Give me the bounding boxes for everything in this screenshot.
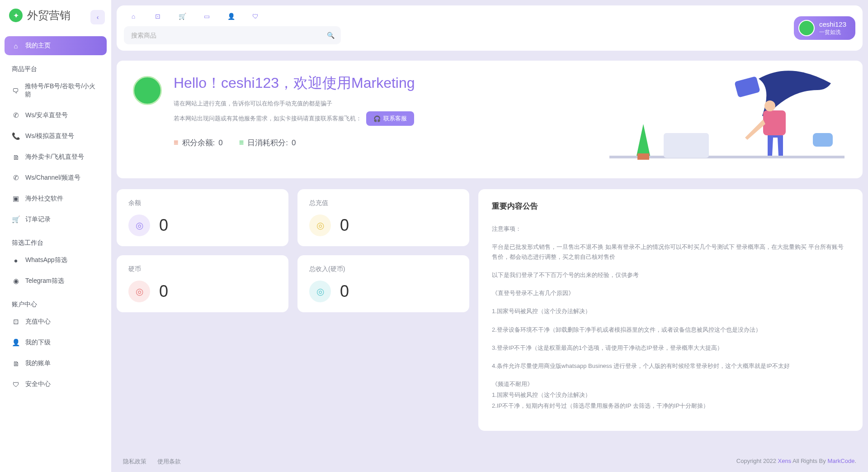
message-icon: 🗨 [12,87,19,95]
svg-rect-2 [637,153,649,160]
terms-link[interactable]: 使用条款 [157,458,181,465]
nav-item-orders[interactable]: 🛒订单记录 [5,210,107,229]
nav-item-overseas-card[interactable]: 🗎海外卖卡/飞机直登号 [5,148,107,167]
shield-icon: 🛡 [12,381,20,388]
telegram-icon: ◉ [12,277,20,285]
receipt-icon: 🗎 [12,360,20,367]
top-home-icon[interactable]: ⌂ [127,11,140,22]
brand-title: 外贸营销 [27,8,71,23]
nav-item-twitter[interactable]: 🗨推特号/FB号/谷歌号/小火箭 [5,77,107,104]
coins-icon: ≡ [174,138,179,148]
card-coins: 硬币 ◎ 0 [117,255,288,312]
nav-item-whatsapp-filter[interactable]: ●WhatsApp筛选 [5,251,107,270]
whatsapp-icon: ● [12,257,20,264]
sidebar-collapse-button[interactable]: ‹ [90,10,105,24]
nav-section-products: 商品平台 [5,57,107,77]
hero-line-2: 若本网站出现问题或有其他服务需求，如实卡接码请直接联系客服飞机： 🎧 联系客服 [174,111,415,126]
nav-item-ws-channel[interactable]: ✆Ws/Channel/频道号 [5,168,107,187]
svg-rect-1 [664,133,709,158]
recharge-icon: ◎ [309,215,331,236]
svg-rect-5 [763,110,786,135]
svg-point-6 [764,100,775,111]
nav-item-security[interactable]: 🛡安全中心 [5,375,107,394]
document-icon: 🗎 [12,153,20,161]
phone-icon: 📞 [12,132,20,140]
user-name: ceshi123 [819,20,846,29]
announcement-panel: 重要内容公告 注意事项： 平台是已批发形式销售，一旦售出不退不换 如果有登录不上… [478,189,863,431]
nav-section-filter: 筛选工作台 [5,231,107,251]
topbar: ⌂ ⊡ 🛒 ▭ 👤 🛡 🔍 ceshi123 一贫如洗 [117,5,863,51]
privacy-link[interactable]: 隐私政策 [123,458,146,465]
svg-rect-3 [734,76,760,98]
svg-rect-4 [813,133,833,147]
cart-icon: 🛒 [12,215,20,224]
top-window-icon[interactable]: ⊡ [151,11,165,22]
home-icon: ⌂ [12,42,20,50]
balance-icon: ◎ [128,215,150,236]
hero-logo-icon [133,76,162,105]
facebook-icon: ▣ [12,195,20,203]
user-subtitle: 一贫如洗 [819,29,846,36]
hero-title: Hello！ceshi123，欢迎使用Marketing [174,73,415,93]
stat-cards: 余额 ◎ 0 总充值 ◎ 0 硬币 ◎ [117,189,469,312]
nav-item-ws-android[interactable]: ✆Ws/安卓直登号 [5,106,107,125]
nav-item-telegram-filter[interactable]: ◉Telegram筛选 [5,272,107,291]
copyright: Copyright 2022 Xens All Rights By MarkCo… [736,458,856,466]
footer: 隐私政策 使用条款 Copyright 2022 Xens All Rights… [111,451,868,472]
card-total-income: 总收入(硬币) ◎ 0 [297,255,469,312]
nav-item-bills[interactable]: 🗎我的账单 [5,354,107,373]
search-wrap: 🔍 [124,26,341,44]
user-add-icon: 👤 [12,339,20,347]
nav-item-ws-emulator[interactable]: 📞Ws/模拟器直登号 [5,127,107,146]
top-user-icon[interactable]: 👤 [224,11,238,22]
coins-icon: ≡ [239,138,244,148]
headset-icon: 🎧 [373,115,381,122]
announcement-title: 重要内容公告 [492,201,849,211]
hero-stat-consumed: ≡ 日消耗积分: 0 [239,138,296,148]
card-balance: 余额 ◎ 0 [117,189,288,246]
hero-panel: Hello！ceshi123，欢迎使用Marketing 请在网站上进行充值，告… [117,61,863,178]
card-total-recharge: 总充值 ◎ 0 [297,189,469,246]
main: ⌂ ⊡ 🛒 ▭ 👤 🛡 🔍 ceshi123 一贫如洗 Hello！ceshi1… [111,0,868,472]
top-shield-icon[interactable]: 🛡 [249,11,262,22]
contact-support-button[interactable]: 🎧 联系客服 [366,111,414,126]
sidebar: ✦ 外贸营销 ‹ ⌂ 我的主页 商品平台 🗨推特号/FB号/谷歌号/小火箭 ✆W… [0,0,111,472]
whatsapp-icon: ✆ [12,111,20,119]
whatsapp-icon: ✆ [12,174,20,182]
content: Hello！ceshi123，欢迎使用Marketing 请在网站上进行充值，告… [111,51,868,451]
nav-home[interactable]: ⌂ 我的主页 [5,36,107,55]
hero-line-1: 请在网站上进行充值，告诉你可以在给你手动充值的都是骗子 [174,100,415,108]
top-card-icon[interactable]: ▭ [200,11,213,22]
search-icon[interactable]: 🔍 [327,32,335,39]
nav-item-social-app[interactable]: ▣海外社交软件 [5,189,107,208]
nav-item-subordinates[interactable]: 👤我的下级 [5,333,107,352]
top-icon-row: ⌂ ⊡ 🛒 ▭ 👤 🛡 [124,9,855,26]
chevron-left-icon: ‹ [97,14,99,21]
avatar [798,20,815,36]
announcement-body: 注意事项： 平台是已批发形式销售，一旦售出不退不换 如果有登录不上的情况你可以不… [492,224,849,411]
brand-logo-icon: ✦ [9,9,23,22]
author-link[interactable]: MarkCode [827,458,854,464]
search-input[interactable] [124,26,341,44]
hero-stat-points: ≡ 积分余额: 0 [174,138,223,148]
nav-item-recharge[interactable]: ⊡充值中心 [5,312,107,331]
nav: ⌂ 我的主页 商品平台 🗨推特号/FB号/谷歌号/小火箭 ✆Ws/安卓直登号 📞… [0,31,111,472]
income-icon: ◎ [309,281,331,302]
nav-section-account: 账户中心 [5,292,107,312]
top-cart-icon[interactable]: 🛒 [175,11,189,22]
wallet-icon: ⊡ [12,318,20,326]
user-badge[interactable]: ceshi123 一贫如洗 [794,16,855,40]
coin-icon: ◎ [128,281,150,302]
nav-home-label: 我的主页 [25,42,51,50]
brand-link[interactable]: Xens [778,458,792,464]
hero-illustration [609,65,844,174]
